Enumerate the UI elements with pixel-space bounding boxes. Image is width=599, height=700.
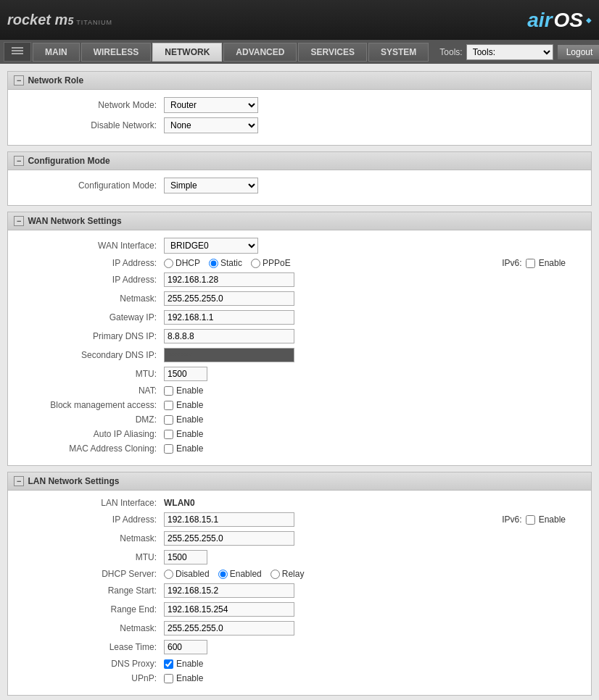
lan-header[interactable]: − LAN Network Settings bbox=[8, 472, 591, 491]
wan-ipv6-label: IPv6: bbox=[502, 258, 521, 268]
wan-ip-row: IP Address: bbox=[19, 272, 580, 287]
lan-ipv6-group: IPv6: Enable bbox=[502, 514, 580, 525]
wan-secondary-dns-row: Secondary DNS IP: bbox=[19, 348, 580, 362]
nav-tab-logo[interactable] bbox=[4, 42, 31, 62]
ip-mode-static-radio[interactable] bbox=[209, 259, 218, 268]
dhcp-enabled-label: Enabled bbox=[230, 569, 262, 579]
wan-secondary-dns-input[interactable] bbox=[164, 348, 294, 362]
wan-dmz-check[interactable]: Enable bbox=[164, 414, 203, 425]
network-role-body: Network Mode: Router Bridge SOHO Router … bbox=[8, 90, 591, 145]
wan-nat-row: NAT: Enable bbox=[19, 386, 580, 396]
wan-nat-check[interactable]: Enable bbox=[164, 386, 203, 396]
wan-gateway-input[interactable] bbox=[164, 310, 294, 325]
dhcp-relay-radio[interactable] bbox=[270, 570, 280, 579]
lan-netmask-label: Netmask: bbox=[19, 533, 164, 543]
wan-nat-label: NAT: bbox=[19, 386, 164, 396]
ip-mode-dhcp-radio[interactable] bbox=[164, 259, 173, 268]
lan-title: LAN Network Settings bbox=[28, 476, 119, 486]
lan-section: − LAN Network Settings LAN Interface: WL… bbox=[7, 472, 592, 696]
lan-upnp-check[interactable]: Enable bbox=[164, 673, 203, 683]
lan-interface-row: LAN Interface: WLAN0 bbox=[19, 498, 580, 508]
lan-dns-proxy-label: DNS Proxy: bbox=[19, 659, 164, 669]
dhcp-disabled-radio[interactable] bbox=[164, 570, 173, 579]
disable-network-select[interactable]: None WAN LAN bbox=[164, 117, 258, 133]
nav-tab-wireless[interactable]: WIRELESS bbox=[81, 43, 152, 62]
lan-upnp-checkbox[interactable] bbox=[164, 674, 173, 683]
lan-ipv6-checkbox[interactable] bbox=[526, 515, 535, 525]
ip-mode-pppoe-radio[interactable] bbox=[251, 259, 260, 268]
tools-select[interactable]: Tools: bbox=[466, 44, 553, 60]
lan-ip-label: IP Address: bbox=[19, 514, 164, 525]
wan-header[interactable]: − WAN Network Settings bbox=[8, 212, 591, 230]
lan-range-netmask-input[interactable] bbox=[164, 621, 294, 636]
wan-nat-checkbox[interactable] bbox=[164, 386, 173, 396]
nav-tab-services[interactable]: SERVICES bbox=[298, 43, 366, 62]
nav-tab-network[interactable]: NETWORK bbox=[152, 43, 222, 62]
lan-range-start-input[interactable] bbox=[164, 583, 294, 598]
wan-interface-label: WAN Interface: bbox=[19, 241, 164, 251]
wan-mtu-label: MTU: bbox=[19, 369, 164, 379]
wan-ipv6-group: IPv6: Enable bbox=[502, 258, 580, 268]
lan-range-end-input[interactable] bbox=[164, 602, 294, 617]
lan-interface-label: LAN Interface: bbox=[19, 498, 164, 508]
lan-dns-proxy-checkbox[interactable] bbox=[164, 659, 173, 669]
lan-lease-time-input[interactable] bbox=[164, 640, 207, 654]
dhcp-enabled-option[interactable]: Enabled bbox=[218, 569, 262, 579]
dhcp-enabled-radio[interactable] bbox=[218, 570, 228, 579]
lan-upnp-row: UPnP: Enable bbox=[19, 673, 580, 683]
wan-netmask-input[interactable] bbox=[164, 291, 294, 306]
logout-button[interactable]: Logout bbox=[557, 44, 599, 60]
nav-tab-system[interactable]: SYSTEM bbox=[368, 43, 429, 62]
lan-ip-input[interactable] bbox=[164, 512, 294, 527]
ip-mode-pppoe-label: PPPoE bbox=[263, 258, 291, 268]
lan-dns-proxy-check[interactable]: Enable bbox=[164, 659, 203, 669]
wan-auto-ip-row: Auto IP Aliasing: Enable bbox=[19, 429, 580, 439]
wan-auto-ip-label: Auto IP Aliasing: bbox=[19, 429, 164, 439]
ip-mode-pppoe[interactable]: PPPoE bbox=[251, 258, 291, 268]
dhcp-disabled-label: Disabled bbox=[175, 569, 210, 579]
config-mode-control: Simple Advanced bbox=[164, 178, 258, 193]
lan-interface-value: WLAN0 bbox=[164, 498, 195, 508]
wan-interface-row: WAN Interface: BRIDGE0 ETH0 bbox=[19, 238, 580, 254]
ip-mode-static[interactable]: Static bbox=[209, 258, 242, 268]
lan-range-end-label: Range End: bbox=[19, 604, 164, 614]
lan-netmask-input[interactable] bbox=[164, 531, 294, 546]
network-mode-select[interactable]: Router Bridge SOHO Router bbox=[164, 97, 258, 113]
lan-mtu-input[interactable] bbox=[164, 550, 207, 564]
nav-tab-advanced[interactable]: ADVANCED bbox=[223, 43, 297, 62]
wan-dmz-checkbox[interactable] bbox=[164, 415, 173, 425]
network-role-header[interactable]: − Network Role bbox=[8, 72, 591, 90]
config-mode-header[interactable]: − Configuration Mode bbox=[8, 152, 591, 170]
wan-block-mgmt-row: Block management access: Enable bbox=[19, 400, 580, 410]
config-mode-section: − Configuration Mode Configuration Mode:… bbox=[7, 151, 592, 206]
main-content: − Network Role Network Mode: Router Brid… bbox=[0, 64, 599, 700]
wan-auto-ip-check[interactable]: Enable bbox=[164, 429, 203, 439]
network-role-title: Network Role bbox=[28, 75, 83, 86]
ip-mode-dhcp[interactable]: DHCP bbox=[164, 258, 200, 268]
wan-mac-cloning-check[interactable]: Enable bbox=[164, 443, 203, 454]
wan-ip-input[interactable] bbox=[164, 272, 294, 287]
lan-range-netmask-row: Netmask: bbox=[19, 621, 580, 636]
network-role-toggle: − bbox=[14, 75, 24, 86]
config-mode-select[interactable]: Simple Advanced bbox=[164, 178, 258, 193]
wan-ip-field-label: IP Address: bbox=[19, 275, 164, 285]
ip-mode-group: DHCP Static PPPoE bbox=[164, 258, 291, 268]
wan-body: WAN Interface: BRIDGE0 ETH0 IP Address: … bbox=[8, 230, 591, 465]
ip-mode-dhcp-label: DHCP bbox=[175, 258, 200, 268]
wan-block-mgmt-check[interactable]: Enable bbox=[164, 400, 203, 410]
wan-mac-cloning-checkbox[interactable] bbox=[164, 444, 173, 454]
lan-dns-proxy-enable-label: Enable bbox=[176, 659, 203, 669]
dhcp-disabled-option[interactable]: Disabled bbox=[164, 569, 210, 579]
config-mode-row: Configuration Mode: Simple Advanced bbox=[19, 178, 580, 193]
dhcp-relay-label: Relay bbox=[282, 569, 305, 579]
dhcp-relay-option[interactable]: Relay bbox=[270, 569, 305, 579]
wan-netmask-row: Netmask: bbox=[19, 291, 580, 306]
lan-range-netmask-label: Netmask: bbox=[19, 623, 164, 633]
wan-block-mgmt-checkbox[interactable] bbox=[164, 401, 173, 410]
nav-tab-main[interactable]: MAIN bbox=[33, 43, 80, 62]
wan-primary-dns-input[interactable] bbox=[164, 329, 294, 343]
wan-auto-ip-checkbox[interactable] bbox=[164, 430, 173, 439]
wan-ipv6-checkbox[interactable] bbox=[526, 259, 535, 268]
wan-interface-select[interactable]: BRIDGE0 ETH0 bbox=[164, 238, 258, 254]
wan-mtu-input[interactable] bbox=[164, 367, 207, 381]
